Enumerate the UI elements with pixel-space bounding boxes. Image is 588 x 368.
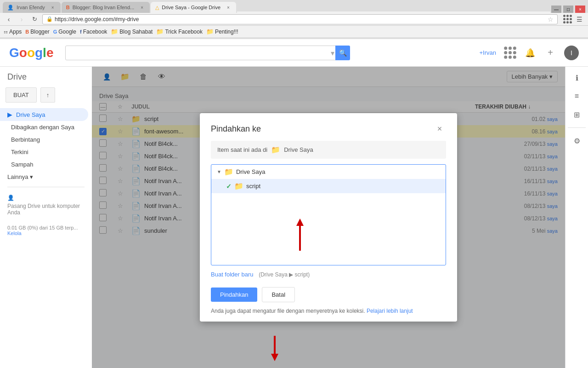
search-button[interactable]: 🔍 xyxy=(335,46,350,60)
close-button[interactable]: × xyxy=(575,6,585,13)
info-button[interactable]: ℹ xyxy=(570,70,584,85)
folder-path-hint: (Drive Saya ▶ script) xyxy=(259,271,310,278)
batal-button[interactable]: Batal xyxy=(262,287,295,302)
sidebar-btn-row: BUAT ↑ xyxy=(0,87,92,108)
kelola-link[interactable]: Kelola xyxy=(7,230,22,236)
modal-title: Pindahkan ke xyxy=(211,124,261,134)
tree-root-item[interactable]: ▼ 📁 Drive Saya xyxy=(211,165,446,179)
search-dropdown-icon[interactable]: ▾ xyxy=(331,48,334,57)
sidebar-item-terkini[interactable]: Terkini xyxy=(0,146,88,158)
tab-drive[interactable]: △ Drive Saya - Google Drive × xyxy=(151,2,236,13)
header-right: +Irvan 🔔 + I xyxy=(480,46,579,60)
bookmark-trick-facebook[interactable]: 📁 Trick Facebook xyxy=(156,28,203,35)
modal-current-location: Item saat ini ada di 📁 Drive Saya xyxy=(211,141,446,159)
search-magnifier-icon: 🔍 xyxy=(339,49,347,57)
folder-icon-3: 📁 xyxy=(206,28,214,35)
blogger-icon: B xyxy=(25,29,29,34)
storage-info: 0.01 GB (0%) dari 15 GB terp... Kelola xyxy=(0,219,92,242)
lock-icon: 🔒 xyxy=(46,16,53,22)
tabs-bar: 👤 Irvan Efendy × B Blogger: Blog Irvan E… xyxy=(0,0,588,13)
tree-root-folder-icon: 📁 xyxy=(224,167,233,176)
sidebar-item-drive-saya[interactable]: ▶ Drive Saya xyxy=(0,108,88,121)
current-location-folder-icon: 📁 xyxy=(271,145,280,154)
maximize-button[interactable]: □ xyxy=(563,6,573,13)
drive-icon: ▶ xyxy=(7,111,12,118)
sidebar: Drive BUAT ↑ ▶ Drive Saya Dibagikan deng… xyxy=(0,67,92,368)
settings-button[interactable]: ⚙ xyxy=(570,133,584,148)
back-button[interactable]: ‹ xyxy=(4,14,14,24)
plus-irvan-link[interactable]: +Irvan xyxy=(480,49,497,56)
bookmark-google[interactable]: G Google xyxy=(53,29,76,35)
tab-blogger[interactable]: B Blogger: Blog Irvan Efend... × xyxy=(62,2,150,13)
bookmark-blogger[interactable]: B Blogger xyxy=(25,29,49,35)
bookmark-star-icon[interactable]: ☆ xyxy=(548,16,554,23)
folder-icon-2: 📁 xyxy=(156,28,164,35)
modal-close-button[interactable]: × xyxy=(433,122,446,135)
reload-button[interactable]: ↻ xyxy=(29,14,40,24)
forward-button[interactable]: › xyxy=(17,14,27,24)
google-icon: G xyxy=(53,29,57,34)
new-folder-link[interactable]: Buat folder baru xyxy=(211,271,254,278)
bookmark-blog-sahabat[interactable]: 📁 Blog Sahabat xyxy=(111,28,153,35)
pindahkan-button[interactable]: Pindahkan xyxy=(211,288,257,302)
google-header: Google ▾ 🔍 +Irvan 🔔 + I xyxy=(0,39,588,67)
tab-close-blogger[interactable]: × xyxy=(139,4,145,11)
tab-close-drive[interactable]: × xyxy=(225,4,232,11)
sidebar-divider xyxy=(7,187,85,187)
user-avatar[interactable]: I xyxy=(564,46,579,60)
add-icon[interactable]: + xyxy=(544,46,557,59)
tab-irvan[interactable]: 👤 Irvan Efendy × xyxy=(3,2,61,13)
tree-child-item[interactable]: ✓ 📁 script xyxy=(211,179,446,193)
upload-button[interactable]: ↑ xyxy=(40,87,56,103)
apps-grid-button[interactable] xyxy=(503,46,516,59)
main-content: 👤 📁 🗑 👁 Lebih Banyak ▾ Drive Saya — ☆ JU… xyxy=(92,67,565,368)
notification-bell-icon[interactable]: 🔔 xyxy=(524,46,537,59)
sidebar-item-dibagikan[interactable]: Dibagikan dengan Saya xyxy=(0,121,88,133)
search-input[interactable] xyxy=(65,46,350,60)
facebook-icon: f xyxy=(80,29,82,34)
search-wrapper: ▾ 🔍 xyxy=(65,46,350,60)
modal-actions: Pindahkan Batal xyxy=(200,280,457,308)
window-controls: — □ × xyxy=(551,4,585,13)
content-area: Drive BUAT ↑ ▶ Drive Saya Dibagikan deng… xyxy=(0,67,588,368)
sidebar-item-lainnya[interactable]: Lainnya ▾ xyxy=(0,171,88,183)
chrome-menu-icon[interactable]: ☰ xyxy=(574,14,584,24)
bookmark-apps[interactable]: ⚏ Apps xyxy=(4,29,22,35)
drive-logo[interactable]: Drive xyxy=(0,72,92,87)
tree-selected-checkmark-icon: ✓ xyxy=(226,183,232,190)
address-text: https://drive.google.com/#my-drive xyxy=(55,16,139,23)
apps-grid-icon[interactable] xyxy=(562,14,572,24)
modal-footer: Anda juga dapat mengatur file dengan men… xyxy=(200,308,457,322)
tree-child-folder-icon: 📁 xyxy=(234,182,243,190)
right-panel: ℹ ≡ ⊞ ⚙ xyxy=(565,67,588,368)
pelajari-link[interactable]: Pelajari lebih lanjut xyxy=(367,308,413,314)
google-logo[interactable]: Google xyxy=(9,46,53,60)
google-drive-ui: Google ▾ 🔍 +Irvan 🔔 + I xyxy=(0,39,588,368)
sidebar-item-berbintang[interactable]: Berbintang xyxy=(0,133,88,146)
bookmark-penting[interactable]: 📁 Penting!!! xyxy=(206,28,238,35)
bookmark-facebook[interactable]: f Facebook xyxy=(80,29,107,35)
nav-bar: ‹ › ↻ 🔒 https://drive.google.com/#my-dri… xyxy=(0,13,588,26)
tree-expand-icon: ▼ xyxy=(217,169,221,174)
address-bar[interactable]: 🔒 https://drive.google.com/#my-drive ☆ xyxy=(42,14,558,24)
bookmarks-bar: ⚏ Apps B Blogger G Google f Facebook 📁 B… xyxy=(0,26,588,38)
apps-icon: ⚏ xyxy=(4,29,8,34)
modal-overlay[interactable]: Pindahkan ke × Item saat ini ada di 📁 Dr… xyxy=(92,67,565,368)
folder-tree[interactable]: ▼ 📁 Drive Saya ✓ 📁 script xyxy=(211,164,446,265)
list-view-button[interactable]: ≡ xyxy=(570,89,584,104)
browser-chrome: 👤 Irvan Efendy × B Blogger: Blog Irvan E… xyxy=(0,0,588,39)
move-to-modal: Pindahkan ke × Item saat ini ada di 📁 Dr… xyxy=(200,113,457,322)
tab-close-irvan[interactable]: × xyxy=(50,4,56,11)
folder-icon-1: 📁 xyxy=(111,28,118,35)
sidebar-item-sampah[interactable]: Sampah xyxy=(0,158,88,171)
minimize-button[interactable]: — xyxy=(551,6,561,13)
right-panel-divider xyxy=(568,127,586,128)
modal-header: Pindahkan ke × xyxy=(200,113,457,141)
buat-button[interactable]: BUAT xyxy=(6,87,37,103)
new-folder-link-row: Buat folder baru (Drive Saya ▶ script) xyxy=(200,265,457,280)
annotation-arrow-down xyxy=(271,336,278,361)
grid-view-button[interactable]: ⊞ xyxy=(570,107,584,122)
pasang-drive-promo: 👤 Pasang Drive untuk komputer Anda xyxy=(0,191,92,219)
